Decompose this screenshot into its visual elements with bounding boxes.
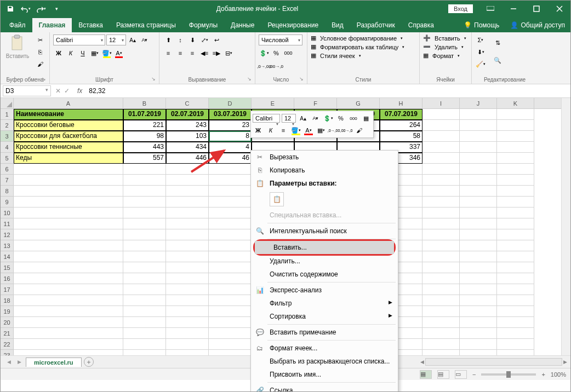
format-cells-button[interactable]: ▦ Формат ▾ xyxy=(423,52,460,59)
cell[interactable] xyxy=(166,339,209,350)
increase-indent-icon[interactable]: ≡▶ xyxy=(211,48,222,59)
cell[interactable] xyxy=(497,240,534,251)
cell[interactable]: 07.07.2019 xyxy=(380,109,422,120)
copy-icon[interactable]: ⎘ xyxy=(35,47,45,57)
row-header-12[interactable]: 12 xyxy=(1,229,13,240)
row-header-14[interactable]: 14 xyxy=(1,251,13,262)
cell[interactable] xyxy=(166,197,209,207)
row-header-3[interactable]: 3 xyxy=(1,131,13,142)
row-header-7[interactable]: 7 xyxy=(1,175,13,186)
tab-formulas[interactable]: Формулы xyxy=(182,18,224,32)
row-header-15[interactable]: 15 xyxy=(1,262,13,273)
mini-dec-decimal-icon[interactable]: ,00→,0 xyxy=(341,125,352,136)
cell[interactable] xyxy=(123,207,166,218)
cell[interactable] xyxy=(209,295,252,306)
cell[interactable] xyxy=(460,251,497,262)
cell[interactable] xyxy=(166,295,209,306)
cell[interactable] xyxy=(460,240,497,251)
signin-button[interactable]: Вход xyxy=(448,4,473,13)
cell[interactable] xyxy=(123,273,166,284)
zoom-slider[interactable] xyxy=(481,373,536,376)
clipboard-launcher-icon[interactable]: ↘ xyxy=(42,76,48,83)
col-header-K[interactable]: K xyxy=(497,98,534,108)
cell[interactable] xyxy=(14,295,123,306)
cell[interactable] xyxy=(209,240,252,251)
tellme-button[interactable]: 💡Помощь xyxy=(458,18,505,32)
cell[interactable] xyxy=(209,317,252,328)
cell[interactable] xyxy=(14,273,123,284)
col-header-D[interactable]: D xyxy=(209,98,252,108)
cell[interactable] xyxy=(460,175,497,186)
cell[interactable] xyxy=(497,142,534,153)
alignment-launcher-icon[interactable]: ↘ xyxy=(247,76,254,83)
cell[interactable] xyxy=(123,218,166,229)
cell[interactable] xyxy=(422,284,460,295)
wrap-text-icon[interactable]: ↩ xyxy=(211,34,222,45)
ctx-insert-comment[interactable]: 💬Вставить примечание xyxy=(251,326,398,339)
cell[interactable]: 264 xyxy=(380,120,422,131)
cell[interactable]: 58 xyxy=(380,131,422,142)
cell[interactable] xyxy=(497,284,534,295)
cell[interactable] xyxy=(460,186,497,197)
col-header-I[interactable]: I xyxy=(422,98,460,108)
cell[interactable]: 443 xyxy=(123,142,166,153)
clear-icon[interactable]: 🧹▾ xyxy=(475,59,486,70)
mini-inc-decimal-icon[interactable]: ,0→,00 xyxy=(328,125,339,136)
cell[interactable] xyxy=(14,175,123,186)
cell[interactable] xyxy=(460,229,497,240)
row-header-10[interactable]: 10 xyxy=(1,207,13,218)
decrease-decimal-icon[interactable]: ,00→,0 xyxy=(271,61,282,72)
cell[interactable] xyxy=(422,164,460,175)
cell[interactable] xyxy=(14,240,123,251)
cell[interactable] xyxy=(14,350,123,355)
cell[interactable] xyxy=(123,240,166,251)
select-all-button[interactable] xyxy=(1,98,14,109)
mini-align-icon[interactable]: ≡ xyxy=(278,125,289,136)
mini-percent-icon[interactable]: % xyxy=(335,113,346,124)
cell[interactable] xyxy=(123,328,166,339)
tab-pagelayout[interactable]: Разметка страницы xyxy=(110,18,182,32)
cell[interactable] xyxy=(209,175,252,186)
cell[interactable]: Кроссовки беговые xyxy=(14,120,123,131)
row-header-9[interactable]: 9 xyxy=(1,197,13,207)
autosum-icon[interactable]: Σ▾ xyxy=(475,34,486,45)
cell[interactable] xyxy=(209,328,252,339)
cell[interactable]: Кроссовки теннисные xyxy=(14,142,123,153)
cell[interactable] xyxy=(422,186,460,197)
cell[interactable] xyxy=(497,295,534,306)
cell-styles-button[interactable]: ▦ Стили ячеек ▾ xyxy=(311,52,361,59)
cell[interactable] xyxy=(497,350,534,355)
cell[interactable] xyxy=(422,175,460,186)
cell[interactable] xyxy=(166,229,209,240)
delete-cells-button[interactable]: ➖ Удалить ▾ xyxy=(423,43,464,50)
cell[interactable] xyxy=(460,197,497,207)
sort-filter-icon[interactable]: ⇅ xyxy=(489,34,506,51)
cell[interactable] xyxy=(497,131,534,142)
cell[interactable] xyxy=(209,284,252,295)
cell[interactable] xyxy=(166,240,209,251)
cell[interactable] xyxy=(166,273,209,284)
cell[interactable] xyxy=(14,218,123,229)
tab-developer[interactable]: Разработчик xyxy=(350,18,402,32)
cell[interactable] xyxy=(123,164,166,175)
decrease-indent-icon[interactable]: ◀≡ xyxy=(199,48,210,59)
cell[interactable] xyxy=(166,207,209,218)
row-header-6[interactable]: 6 xyxy=(1,164,13,175)
cell[interactable] xyxy=(14,251,123,262)
cell[interactable] xyxy=(422,240,460,251)
fx-icon[interactable]: fx xyxy=(74,87,85,95)
cell[interactable] xyxy=(460,164,497,175)
cell[interactable] xyxy=(209,218,252,229)
cell[interactable] xyxy=(422,120,460,131)
cell[interactable] xyxy=(422,197,460,207)
vertical-scrollbar[interactable] xyxy=(561,98,570,355)
cell[interactable] xyxy=(497,273,534,284)
mini-bold-button[interactable]: Ж xyxy=(253,125,264,136)
sheet-tab[interactable]: microexcel.ru xyxy=(26,358,82,367)
cell[interactable] xyxy=(460,131,497,142)
row-header-22[interactable]: 22 xyxy=(1,339,13,350)
cell[interactable] xyxy=(460,306,497,317)
col-header-G[interactable]: G xyxy=(337,98,380,108)
paste-button[interactable]: Вставить xyxy=(4,34,31,59)
number-launcher-icon[interactable]: ↘ xyxy=(299,76,306,83)
